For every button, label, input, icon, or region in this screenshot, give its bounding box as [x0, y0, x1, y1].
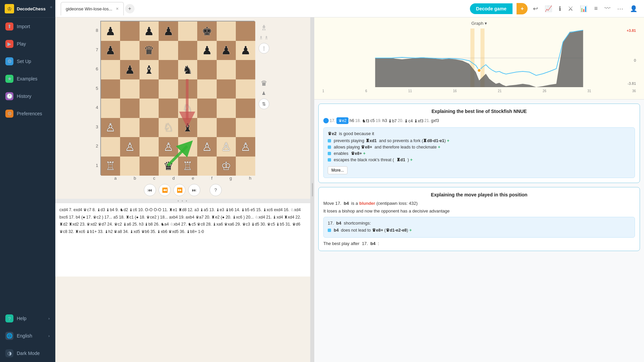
- tab-close-icon[interactable]: ✕: [116, 7, 119, 11]
- cell-b3[interactable]: [120, 118, 140, 137]
- moves-area[interactable]: cxd4 7. exd4 ♛c7 8. ♝d3 ♝b4 9. ♞d2 ♝c6 1…: [55, 203, 310, 277]
- sidebar-item-setup[interactable]: ⚙ Set Up: [0, 53, 55, 70]
- cell-h3[interactable]: [236, 118, 255, 137]
- cell-d4[interactable]: [159, 99, 178, 118]
- cell-e1[interactable]: ♖: [178, 157, 198, 176]
- more-button[interactable]: More...: [328, 166, 347, 174]
- cell-h8[interactable]: [236, 21, 255, 41]
- cell-g4[interactable]: [217, 99, 236, 118]
- sidebar-item-dark-mode[interactable]: ◑ Dark Mode: [0, 345, 55, 362]
- cell-g3[interactable]: [217, 118, 236, 137]
- separator[interactable]: • • •: [55, 199, 310, 203]
- cell-c4[interactable]: [140, 99, 159, 118]
- cell-e4[interactable]: ♘: [178, 99, 198, 118]
- cell-e3[interactable]: ♝: [178, 118, 198, 137]
- cell-a5[interactable]: [101, 79, 120, 99]
- cell-a8[interactable]: ♟: [101, 21, 120, 41]
- cell-f3[interactable]: [197, 118, 217, 137]
- cell-c3[interactable]: [140, 118, 159, 137]
- prev-move-button[interactable]: ⏪: [159, 184, 171, 196]
- cell-e7[interactable]: [178, 41, 198, 60]
- next-move-button[interactable]: ⏩: [173, 184, 185, 196]
- cell-a4[interactable]: [101, 99, 120, 118]
- cell-a6[interactable]: [101, 60, 120, 79]
- cell-a7[interactable]: ♟: [101, 41, 120, 60]
- cell-f1[interactable]: [197, 157, 217, 176]
- graph-icon[interactable]: 📈: [543, 4, 553, 14]
- cell-d3[interactable]: ♘: [159, 118, 178, 137]
- tab-active[interactable]: gideonse Win-lose-los... ✕: [61, 2, 124, 15]
- cell-g7[interactable]: ♟: [217, 41, 236, 60]
- cell-a3[interactable]: ♙: [101, 118, 120, 137]
- info-icon[interactable]: ℹ: [557, 4, 562, 14]
- cell-d8[interactable]: ♟: [159, 21, 178, 41]
- cell-e8[interactable]: [178, 21, 198, 41]
- cell-c8[interactable]: ♟: [140, 21, 159, 41]
- cell-g5[interactable]: [217, 79, 236, 99]
- cell-b6[interactable]: ♟: [120, 60, 140, 79]
- cell-c1[interactable]: [140, 157, 159, 176]
- cell-h1[interactable]: [236, 157, 255, 176]
- cell-c5[interactable]: [140, 79, 159, 99]
- list-icon[interactable]: ≡: [593, 4, 599, 13]
- go-to-start-button[interactable]: ⏮: [144, 184, 156, 196]
- sidebar-item-play[interactable]: ▶ Play: [0, 35, 55, 53]
- cell-d1[interactable]: ♛: [159, 157, 178, 176]
- vertical-separator[interactable]: [310, 17, 314, 362]
- sidebar-item-examples[interactable]: ★ Examples: [0, 70, 55, 87]
- go-to-end-button[interactable]: ⏭: [188, 184, 200, 196]
- cell-b8[interactable]: [120, 21, 140, 41]
- share-icon[interactable]: ⋯: [616, 4, 625, 14]
- sidebar-item-history[interactable]: 🕐 History: [0, 87, 55, 105]
- cell-f6[interactable]: [197, 60, 217, 79]
- help-button[interactable]: ?: [210, 184, 222, 196]
- cell-c6[interactable]: ♝: [140, 60, 159, 79]
- cell-h4[interactable]: [236, 99, 255, 118]
- fork-icon[interactable]: ⚔: [567, 4, 575, 14]
- cell-d5[interactable]: [159, 79, 178, 99]
- cell-f2[interactable]: ♙: [197, 137, 217, 157]
- sidebar-item-preferences[interactable]: ⚙ Preferences: [0, 105, 55, 122]
- graph-title[interactable]: Graph ▾: [320, 21, 639, 26]
- cell-c7[interactable]: ♛: [140, 41, 159, 60]
- cell-e5[interactable]: [178, 79, 198, 99]
- sidebar-item-help[interactable]: ? Help ›: [0, 310, 55, 327]
- decode-game-plus-button[interactable]: +: [517, 3, 528, 14]
- bar-chart-icon[interactable]: 📊: [579, 4, 589, 14]
- pulse-icon[interactable]: 〰: [603, 4, 612, 13]
- cell-g2[interactable]: ♙: [217, 137, 236, 157]
- cell-h2[interactable]: ♙: [236, 137, 255, 157]
- cell-h7[interactable]: ♟: [236, 41, 255, 60]
- cell-g8[interactable]: [217, 21, 236, 41]
- tab-add-button[interactable]: +: [125, 4, 135, 13]
- cell-d7[interactable]: [159, 41, 178, 60]
- menu-button[interactable]: ⋮: [259, 43, 269, 54]
- cell-h5[interactable]: [236, 79, 255, 99]
- cell-f8[interactable]: ♚: [197, 21, 217, 41]
- cell-b1[interactable]: [120, 157, 140, 176]
- sidebar-item-import[interactable]: ⬆ Import: [0, 18, 55, 35]
- cell-a1[interactable]: ♖: [101, 157, 120, 176]
- cell-d2[interactable]: ♙: [159, 137, 178, 157]
- cell-e2[interactable]: [178, 137, 198, 157]
- cell-b5[interactable]: [120, 79, 140, 99]
- back-icon[interactable]: ↩: [532, 4, 539, 14]
- user-icon[interactable]: 👤: [629, 4, 639, 14]
- cell-g6[interactable]: [217, 60, 236, 79]
- flip-board-button[interactable]: ⇅: [259, 99, 269, 109]
- cell-f4[interactable]: [197, 99, 217, 118]
- cell-c2[interactable]: [140, 137, 159, 157]
- cell-e6[interactable]: ♞: [178, 60, 198, 79]
- cell-d6[interactable]: [159, 60, 178, 79]
- chess-board[interactable]: ♟♟♟♚♟♛♟♟♟♟♝♞♘♙♘♝♙♙♙♙♙♖♛♖♔: [100, 21, 255, 175]
- cell-b7[interactable]: [120, 41, 140, 60]
- cell-b4[interactable]: [120, 99, 140, 118]
- cell-f5[interactable]: [197, 79, 217, 99]
- decode-game-button[interactable]: Decode game: [470, 3, 513, 14]
- best-move-badge[interactable]: ♛e2: [336, 117, 348, 124]
- cell-f7[interactable]: ♟: [197, 41, 217, 60]
- cell-a2[interactable]: [101, 137, 120, 157]
- cell-b2[interactable]: ♙: [120, 137, 140, 157]
- sidebar-item-english[interactable]: 🌐 English ›: [0, 327, 55, 345]
- sidebar-collapse-icon[interactable]: «: [50, 5, 52, 9]
